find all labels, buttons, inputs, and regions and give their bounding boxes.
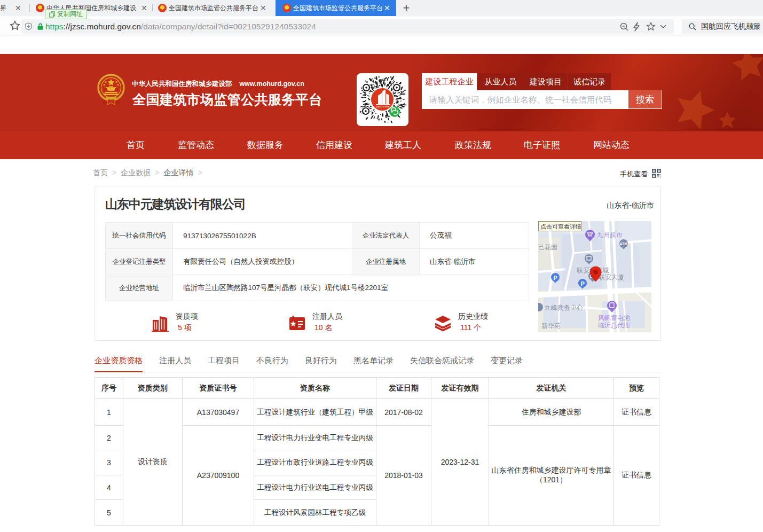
- svg-text:联安大厦: 联安大厦: [598, 273, 624, 281]
- svg-text:新华苑: 新华苑: [541, 322, 561, 330]
- svg-text:临沂总代理: 临沂总代理: [598, 322, 630, 329]
- svg-text:点击可查看详情: 点击可查看详情: [540, 223, 581, 230]
- svg-text:P: P: [554, 275, 557, 281]
- svg-text:ATM: ATM: [620, 242, 628, 246]
- svg-text:P: P: [581, 280, 585, 287]
- svg-text:风帆蓄电池: 风帆蓄电池: [598, 314, 631, 322]
- svg-text:己花园: 己花园: [538, 244, 557, 251]
- svg-text:九州超市: 九州超市: [597, 231, 623, 239]
- svg-text:九峰商务中心: 九峰商务中心: [545, 304, 583, 311]
- svg-text:全国建筑市场监管: 全国建筑市场监管: [376, 106, 390, 108]
